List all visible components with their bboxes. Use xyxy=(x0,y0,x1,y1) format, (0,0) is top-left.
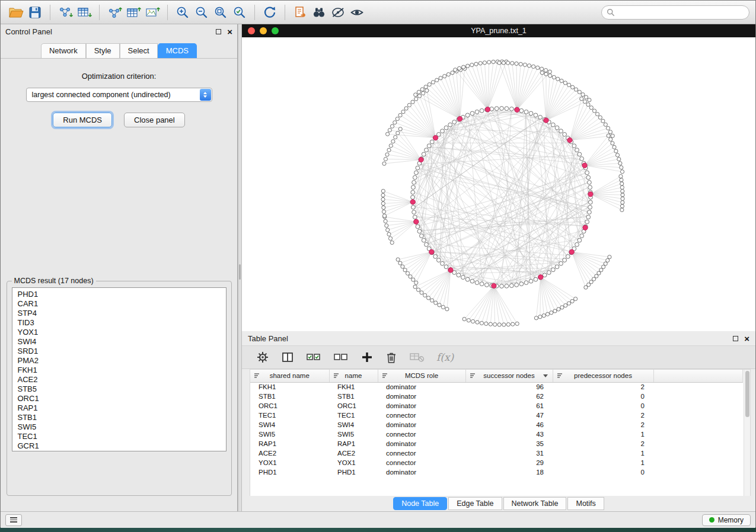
mcds-result-item[interactable]: SWI5 xyxy=(12,422,226,432)
table-settings-button[interactable] xyxy=(256,351,269,364)
tab-motifs[interactable]: Motifs xyxy=(567,497,604,510)
select-all-button[interactable] xyxy=(306,351,321,364)
mcds-result-item[interactable]: ACE2 xyxy=(12,375,226,384)
zoom-fit-button[interactable] xyxy=(211,3,230,22)
column-header-name[interactable]: name xyxy=(329,370,378,382)
table-row[interactable]: SWI5SWI5connector431 xyxy=(250,430,743,439)
cell-shared_name: FKH1 xyxy=(250,382,329,392)
column-header-shared-name[interactable]: shared name xyxy=(250,370,329,382)
create-column-button[interactable] xyxy=(361,351,374,364)
table-row[interactable]: FKH1FKH1dominator962 xyxy=(250,382,743,392)
mcds-result-item[interactable]: PMA2 xyxy=(12,356,226,366)
zoom-selected-button[interactable] xyxy=(230,3,249,22)
tab-network-table[interactable]: Network Table xyxy=(503,497,567,510)
main-toolbar xyxy=(1,1,755,24)
apply-layout-button[interactable] xyxy=(260,3,279,22)
table-row[interactable]: SWI4SWI4dominator462 xyxy=(250,420,743,430)
tab-edge-table[interactable]: Edge Table xyxy=(448,497,502,510)
mcds-result-item[interactable]: TID3 xyxy=(12,318,226,328)
mcds-result-item[interactable]: GCR1 xyxy=(12,441,226,451)
mcds-result-item[interactable]: STB1 xyxy=(12,413,226,422)
mcds-result-item[interactable]: FKH1 xyxy=(12,366,226,375)
mcds-result-item[interactable]: SWI4 xyxy=(12,337,226,347)
window-zoom-icon[interactable] xyxy=(272,27,279,34)
mcds-result-item[interactable]: CAR1 xyxy=(12,299,226,309)
close-table-panel-icon[interactable]: × xyxy=(744,334,749,343)
table-row[interactable]: YOX1YOX1connector291 xyxy=(250,458,743,467)
cell-shared_name: RAP1 xyxy=(250,439,329,448)
network-window-titlebar[interactable]: YPA_prune.txt_1 xyxy=(242,24,755,37)
tab-select[interactable]: Select xyxy=(120,43,158,58)
column-header-predecessor-nodes[interactable]: predecessor nodes xyxy=(553,370,653,382)
close-panel-icon[interactable]: × xyxy=(227,27,232,36)
table-row[interactable]: TEC1TEC1connector472 xyxy=(250,411,743,420)
show-columns-button[interactable] xyxy=(281,351,294,364)
tab-style[interactable]: Style xyxy=(86,43,120,58)
zoom-out-button[interactable] xyxy=(192,3,211,22)
panel-splitter[interactable] xyxy=(238,24,242,511)
export-network-button[interactable] xyxy=(105,3,124,22)
export-image-button[interactable] xyxy=(143,3,162,22)
mcds-result-list[interactable]: PHD1CAR1STP4TID3YOX1SWI4SRD1PMA2FKH1ACE2… xyxy=(12,287,227,451)
mcds-result-item[interactable]: RAP1 xyxy=(12,403,226,413)
network-window: YPA_prune.txt_1 xyxy=(242,24,755,331)
cell-role: dominator xyxy=(378,467,465,477)
network-canvas[interactable] xyxy=(242,37,755,331)
import-table-icon xyxy=(76,5,92,20)
float-panel-icon[interactable] xyxy=(216,29,221,34)
window-close-icon[interactable] xyxy=(248,27,255,34)
function-builder-button[interactable]: f(x) xyxy=(436,351,454,363)
cell-shared_name: PHD1 xyxy=(250,467,329,477)
column-header-mcds-role[interactable]: MCDS role xyxy=(378,370,465,382)
clear-table-button[interactable] xyxy=(409,351,425,363)
table-row[interactable]: RAP1RAP1dominator352 xyxy=(250,439,743,448)
mcds-result-item[interactable]: SRD1 xyxy=(12,347,226,356)
close-panel-button[interactable]: Close panel xyxy=(124,113,185,127)
tab-node-table[interactable]: Node Table xyxy=(393,497,447,510)
mcds-result-item[interactable]: PHD1 xyxy=(12,290,226,299)
zoom-out-icon xyxy=(194,5,209,20)
import-table-button[interactable] xyxy=(75,3,94,22)
network-graph[interactable] xyxy=(242,37,755,331)
table-scrollbar[interactable] xyxy=(744,370,750,496)
save-session-button[interactable] xyxy=(25,3,44,22)
column-header-successor-nodes[interactable]: successor nodes xyxy=(465,370,553,382)
mcds-result-item[interactable]: STP4 xyxy=(12,309,226,318)
open-session-button[interactable] xyxy=(7,3,25,22)
criterion-select[interactable]: largest connected component (undirected) xyxy=(26,88,212,102)
run-mcds-button[interactable]: Run MCDS xyxy=(53,113,112,127)
mcds-result-item[interactable]: TEC1 xyxy=(12,432,226,441)
chevron-down-icon[interactable] xyxy=(543,374,548,377)
find-button[interactable] xyxy=(310,3,328,22)
zoom-in-button[interactable] xyxy=(173,3,192,22)
export-image-icon xyxy=(145,5,161,20)
cell-predecessors: 1 xyxy=(553,458,653,467)
scrollbar-thumb[interactable] xyxy=(745,371,749,417)
window-minimize-icon[interactable] xyxy=(260,27,267,34)
clone-network-button[interactable] xyxy=(291,3,310,22)
delete-column-button[interactable] xyxy=(385,351,397,364)
tab-mcds[interactable]: MCDS xyxy=(158,43,197,58)
cell-name: TEC1 xyxy=(329,411,378,420)
mcds-result-item[interactable]: YOX1 xyxy=(12,328,226,337)
show-hide-button[interactable] xyxy=(347,3,366,22)
mcds-result-item[interactable]: ORC1 xyxy=(12,394,226,403)
float-table-panel-icon[interactable] xyxy=(733,336,738,341)
zoom-in-icon xyxy=(176,5,190,20)
status-menu-button[interactable] xyxy=(5,514,22,526)
import-network-button[interactable] xyxy=(56,3,75,22)
table-row[interactable]: ACE2ACE2connector311 xyxy=(250,448,743,458)
table-row[interactable]: ORC1ORC1dominator610 xyxy=(250,401,743,411)
diff-networks-button[interactable] xyxy=(328,3,347,22)
search-input[interactable] xyxy=(618,8,744,17)
cell-predecessors: 2 xyxy=(553,439,653,448)
mcds-result-item[interactable]: STB5 xyxy=(12,384,226,394)
memory-button[interactable]: Memory xyxy=(702,514,751,526)
deselect-all-button[interactable] xyxy=(333,351,349,364)
export-table-button[interactable] xyxy=(124,3,143,22)
table-row[interactable]: PHD1PHD1dominator180 xyxy=(250,467,743,477)
table-row[interactable]: STB1STB1dominator620 xyxy=(250,392,743,401)
tab-network[interactable]: Network xyxy=(41,43,86,58)
search-box xyxy=(601,5,749,20)
memory-label: Memory xyxy=(718,516,744,524)
